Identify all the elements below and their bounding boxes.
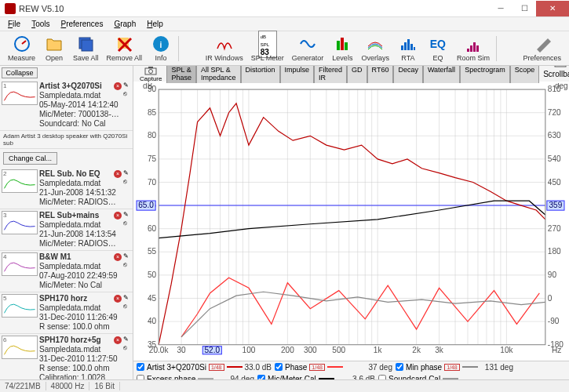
svg-text:180: 180	[548, 247, 561, 256]
remove-measurement-icon[interactable]: ×	[114, 212, 122, 220]
svg-rect-14	[467, 49, 469, 52]
menu-preferences[interactable]: Preferences	[56, 18, 108, 30]
edit-icon[interactable]: ✎	[123, 82, 131, 89]
legend-swatch	[227, 366, 243, 368]
graph-tab[interactable]: Impulse	[280, 66, 315, 84]
remove-measurement-icon[interactable]: ×	[114, 295, 122, 303]
info-button[interactable]: iInfo	[147, 33, 175, 64]
svg-text:40: 40	[148, 317, 157, 325]
measurement-item[interactable]: 2 REL Sub. No EQ× Sampledata.mdat21-Jun-…	[0, 168, 133, 209]
link-icon[interactable]: ⎋	[123, 220, 131, 227]
link-icon[interactable]: ⎋	[123, 261, 131, 269]
svg-text:deg: deg	[555, 83, 567, 90]
graph-tab[interactable]: SPL & Phase	[166, 66, 196, 84]
remove-measurement-icon[interactable]: ×	[114, 253, 122, 261]
measurement-thumb: 6	[2, 336, 38, 359]
link-icon[interactable]: ⎋	[123, 303, 131, 310]
remove-measurement-icon[interactable]: ×	[114, 82, 122, 90]
edit-icon[interactable]: ✎	[123, 169, 131, 177]
generator-button[interactable]: Generator	[289, 33, 327, 64]
eq-button[interactable]: EQEQ	[424, 33, 452, 64]
measure-button[interactable]: Measure	[5, 33, 38, 64]
measurement-thumb: 3	[2, 211, 38, 234]
edit-icon[interactable]: ✎	[123, 294, 131, 302]
svg-text:2k: 2k	[412, 346, 421, 354]
svg-text:50: 50	[148, 270, 157, 279]
svg-rect-8	[345, 42, 348, 50]
remove-measurement-icon[interactable]: ×	[114, 170, 122, 178]
legend-panel: Artist 3+Q2070Si 1/48 33.0 dB Phase 1/48…	[133, 361, 569, 379]
collapse-button[interactable]: Collapse	[2, 67, 38, 78]
graph-tab[interactable]: All SPL & Impedance	[196, 66, 241, 84]
svg-rect-13	[414, 47, 415, 50]
levels-button[interactable]: Levels	[328, 33, 356, 64]
legend-value: 131 deg	[485, 363, 513, 372]
measurement-item[interactable]: 4 B&W M1× Sampledata.mdat07-Aug-2010 22:…	[0, 251, 133, 292]
spl-meter-button[interactable]: dB SPL83SPL Meter	[248, 33, 287, 64]
remove-all-button[interactable]: Remove All	[104, 33, 146, 64]
measurement-item[interactable]: 6 SPH170 horz+5g× Sampledata.mdat31-Dec-…	[0, 334, 133, 379]
maximize-button[interactable]: ☐	[512, 1, 536, 16]
svg-text:65.0: 65.0	[138, 201, 154, 209]
link-icon[interactable]: ⎋	[123, 344, 131, 352]
close-button[interactable]: ✕	[536, 1, 569, 16]
svg-rect-6	[337, 41, 340, 50]
graph-tab[interactable]: Scope	[510, 66, 540, 84]
link-icon[interactable]: ⎋	[123, 90, 131, 98]
svg-text:300: 300	[304, 346, 317, 354]
graph-tab[interactable]: Decay	[393, 66, 423, 84]
link-icon[interactable]: ⎋	[123, 178, 131, 186]
menu-help[interactable]: Help	[142, 18, 168, 30]
legend-value: 37 deg	[368, 363, 392, 372]
graph-tab[interactable]: GD	[347, 66, 367, 84]
legend-swatch	[327, 366, 343, 368]
graph-tab[interactable]: Waterfall	[423, 66, 460, 84]
svg-point-19	[149, 69, 153, 73]
measurement-thumb: 1	[2, 82, 38, 105]
ir-windows-button[interactable]: IR Windows	[202, 33, 246, 64]
open-button[interactable]: Open	[40, 33, 68, 64]
legend-checkbox[interactable]	[137, 363, 144, 371]
measurement-item[interactable]: 1 Artist 3+Q2070Si× Sampledata.mdat05-Ma…	[0, 80, 133, 131]
graph-tab[interactable]: RT60	[367, 66, 394, 84]
plot-area[interactable]: 354045505560657075808590-180-90090180270…	[135, 83, 567, 359]
room-sim-button[interactable]: Room Sim	[454, 33, 493, 64]
svg-text:30: 30	[177, 346, 186, 354]
status-memory: 74/221MB	[0, 382, 46, 390]
remove-measurement-icon[interactable]: ×	[114, 336, 122, 344]
svg-text:60: 60	[148, 224, 157, 233]
svg-text:80: 80	[148, 131, 157, 140]
legend-checkbox[interactable]	[275, 363, 283, 371]
svg-text:3k: 3k	[435, 346, 444, 354]
legend-item: Artist 3+Q2070Si 1/48 33.0 dB	[137, 363, 272, 372]
rta-button[interactable]: RTA	[394, 33, 422, 64]
smoothing-badge: 1/48	[444, 364, 460, 371]
measurement-item[interactable]: 3 REL Sub+mains× Sampledata.mdat21-Jun-2…	[0, 209, 133, 251]
measurement-thumb: 2	[2, 169, 38, 193]
capture-button[interactable]: Capture	[137, 66, 165, 82]
svg-text:i: i	[160, 41, 162, 49]
svg-rect-21	[555, 66, 566, 67]
legend-checkbox[interactable]	[396, 363, 403, 371]
edit-icon[interactable]: ✎	[123, 336, 131, 343]
measurements-sidebar: Collapse 1 Artist 3+Q2070Si× Sampledata.…	[0, 66, 133, 379]
camera-icon	[144, 66, 157, 75]
svg-rect-17	[476, 45, 479, 52]
menu-graph[interactable]: Graph	[109, 18, 140, 30]
change-cal-button[interactable]: Change Cal...	[3, 152, 57, 165]
svg-text:dB: dB	[143, 83, 153, 90]
preferences-button[interactable]: Preferences	[520, 33, 564, 64]
overlays-button[interactable]: Overlays	[358, 33, 392, 64]
svg-text:85: 85	[148, 108, 157, 117]
graph-tab[interactable]: Filtered IR	[314, 66, 347, 84]
save-all-button[interactable]: Save All	[70, 33, 102, 64]
minimize-button[interactable]: ─	[489, 1, 512, 16]
graph-tab[interactable]: Spectrogram	[460, 66, 510, 84]
graph-tab[interactable]: Distortion	[241, 66, 280, 84]
measurement-item[interactable]: 5 SPH170 horz× Sampledata.mdat31-Dec-201…	[0, 292, 133, 334]
edit-icon[interactable]: ✎	[123, 211, 131, 219]
legend-label: Phase	[285, 363, 307, 372]
menu-tools[interactable]: Tools	[27, 18, 54, 30]
menu-file[interactable]: File	[3, 18, 25, 30]
edit-icon[interactable]: ✎	[123, 252, 131, 260]
